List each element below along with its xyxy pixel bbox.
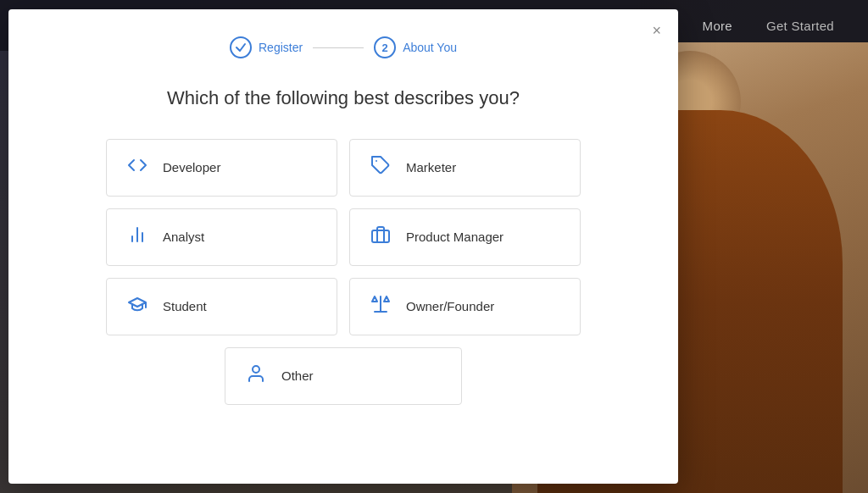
question-text: Which of the following best describes yo… — [49, 86, 637, 112]
step-1-circle — [230, 36, 252, 58]
option-owner-founder-label: Owner/Founder — [406, 299, 494, 313]
svg-point-6 — [253, 366, 259, 373]
step-connector — [313, 47, 364, 48]
option-other[interactable]: Other — [225, 347, 462, 405]
option-student[interactable]: Student — [106, 278, 337, 335]
option-marketer[interactable]: Marketer — [349, 139, 581, 197]
modal-backdrop: × Register 2 About You Which of the foll… — [0, 0, 868, 493]
code-icon — [125, 155, 149, 180]
step-1: Register — [230, 36, 303, 58]
step-2-circle: 2 — [374, 36, 396, 58]
option-marketer-label: Marketer — [406, 160, 456, 174]
option-product-manager-label: Product Manager — [406, 230, 504, 244]
option-student-label: Student — [163, 299, 207, 313]
options-grid: Developer Marketer — [106, 139, 581, 405]
step-2: 2 About You — [374, 36, 457, 58]
option-other-label: Other — [281, 368, 314, 383]
option-developer-label: Developer — [163, 160, 220, 174]
svg-rect-4 — [372, 230, 389, 242]
option-developer[interactable]: Developer — [106, 139, 337, 197]
checkmark-icon — [235, 42, 247, 53]
graduate-icon — [125, 294, 149, 319]
stepper: Register 2 About You — [49, 36, 637, 58]
option-owner-founder[interactable]: Owner/Founder — [349, 278, 581, 335]
briefcase-icon — [369, 224, 392, 250]
modal: × Register 2 About You Which of the foll… — [8, 9, 678, 484]
tag-icon — [369, 155, 392, 180]
scales-icon — [369, 294, 392, 319]
step-2-label: About You — [403, 41, 457, 54]
close-button[interactable]: × — [652, 23, 661, 38]
option-analyst[interactable]: Analyst — [106, 208, 337, 266]
chart-icon — [125, 224, 149, 250]
person-icon — [244, 363, 268, 389]
step-1-label: Register — [259, 41, 303, 54]
option-analyst-label: Analyst — [163, 230, 204, 244]
option-product-manager[interactable]: Product Manager — [349, 208, 581, 266]
